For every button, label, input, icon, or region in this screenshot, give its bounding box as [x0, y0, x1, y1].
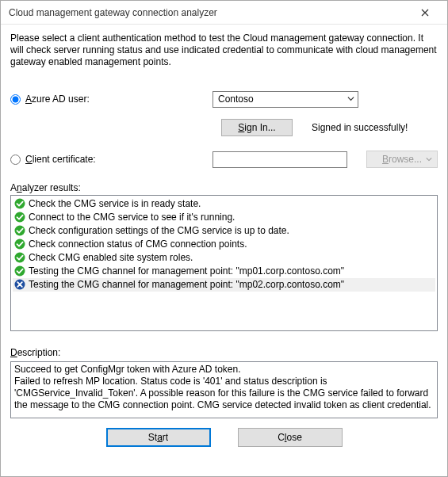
tenant-combobox[interactable]: Contoso — [213, 91, 358, 108]
svg-point-1 — [15, 212, 25, 223]
client-cert-input[interactable] — [213, 151, 347, 168]
result-row[interactable]: Testing the CMG channel for management p… — [13, 265, 435, 278]
client-cert-radio[interactable] — [10, 155, 21, 165]
result-text: Check the CMG service is in ready state. — [29, 198, 434, 210]
client-cert-radio-label[interactable]: Client certificate: — [10, 154, 213, 165]
result-text: Check configuration settings of the CMG … — [29, 225, 434, 237]
chevron-down-icon — [347, 93, 354, 105]
start-button[interactable]: Start — [106, 428, 211, 447]
svg-point-5 — [15, 266, 25, 277]
azure-ad-radio[interactable] — [10, 94, 21, 105]
result-row[interactable]: Check CMG enabled site system roles. — [13, 251, 435, 265]
success-icon — [14, 238, 25, 250]
window-close-button[interactable] — [409, 2, 441, 24]
result-text: Testing the CMG channel for management p… — [29, 265, 434, 277]
azure-ad-label-text: Azure AD user: — [25, 93, 90, 105]
titlebar: Cloud management gateway connection anal… — [1, 1, 447, 25]
results-label: Analyzer results: — [10, 182, 438, 193]
azure-ad-row: Azure AD user: Contoso — [10, 90, 438, 108]
client-cert-row: Client certificate: Browse... — [10, 151, 438, 168]
button-bar: Start Close — [10, 418, 438, 447]
svg-point-0 — [15, 199, 25, 209]
sign-in-row: Sign In... Signed in successfully! — [221, 119, 438, 136]
instructions-text: Please select a client authentication me… — [10, 32, 438, 68]
close-icon — [421, 9, 429, 17]
azure-ad-radio-label[interactable]: Azure AD user: — [10, 93, 213, 105]
success-icon — [14, 225, 25, 236]
result-row[interactable]: Check configuration settings of the CMG … — [13, 224, 435, 238]
result-text: Check connection status of CMG connectio… — [29, 238, 434, 250]
content-area: Please select a client authentication me… — [1, 25, 447, 476]
results-list[interactable]: Check the CMG service is in ready state.… — [10, 195, 438, 331]
result-row[interactable]: Connect to the CMG service to see if it'… — [13, 211, 435, 224]
window-title: Cloud management gateway connection anal… — [9, 7, 217, 18]
svg-point-4 — [15, 253, 25, 263]
description-box[interactable]: Succeed to get ConfigMgr token with Azur… — [10, 361, 438, 418]
sign-in-button[interactable]: Sign In... — [221, 119, 293, 136]
tenant-selected-value: Contoso — [218, 93, 254, 105]
success-icon — [14, 198, 25, 209]
browse-button: Browse... — [366, 151, 438, 168]
success-icon — [14, 252, 25, 263]
result-text: Connect to the CMG service to see if it'… — [29, 212, 434, 223]
result-row[interactable]: Testing the CMG channel for management p… — [13, 278, 435, 292]
result-text: Testing the CMG channel for management p… — [29, 279, 434, 291]
error-icon — [14, 279, 25, 290]
result-row[interactable]: Check the CMG service is in ready state. — [13, 197, 435, 211]
chevron-down-icon — [426, 154, 432, 165]
success-icon — [14, 212, 25, 223]
success-icon — [14, 265, 25, 277]
sign-in-status: Signed in successfully! — [312, 122, 408, 133]
result-row[interactable]: Check connection status of CMG connectio… — [13, 238, 435, 251]
result-host: "mp02.corp.contoso.com" — [235, 279, 344, 290]
client-cert-label-text: Client certificate: — [25, 154, 96, 165]
result-host: "mp01.corp.contoso.com" — [235, 265, 344, 277]
description-label: Description: — [10, 347, 438, 358]
result-text: Check CMG enabled site system roles. — [29, 252, 434, 264]
svg-point-2 — [15, 226, 25, 236]
svg-point-3 — [15, 239, 25, 250]
close-button[interactable]: Close — [238, 428, 343, 447]
dialog-window: Cloud management gateway connection anal… — [0, 0, 448, 477]
